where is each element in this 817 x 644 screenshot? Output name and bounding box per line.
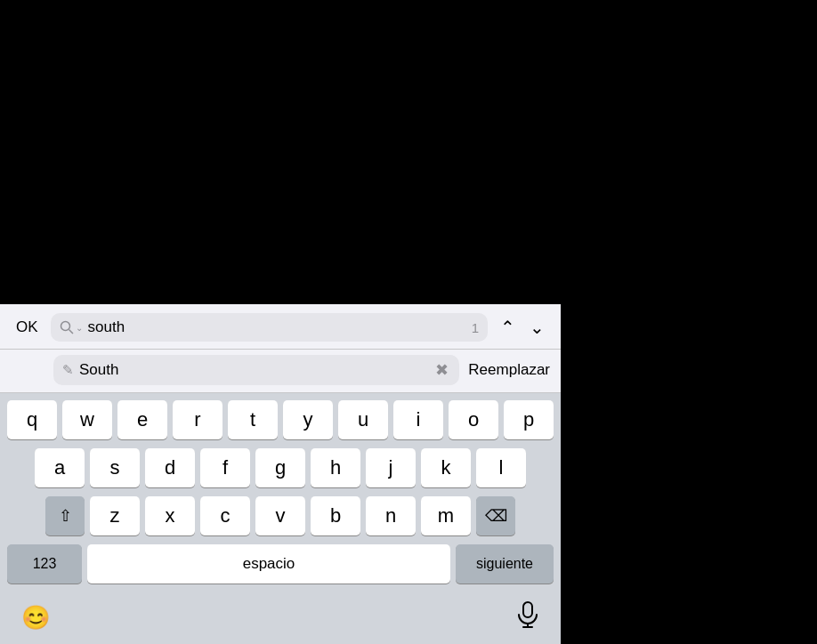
find-bar: OK ⌄ 1 ⌃ ⌄ bbox=[0, 304, 561, 350]
key-k[interactable]: k bbox=[421, 448, 471, 487]
key-m[interactable]: m bbox=[421, 496, 471, 535]
key-f[interactable]: f bbox=[200, 448, 250, 487]
key-y[interactable]: y bbox=[283, 400, 333, 439]
key-g[interactable]: g bbox=[255, 448, 305, 487]
nav-bracket bbox=[433, 272, 522, 273]
replace-input[interactable] bbox=[79, 361, 428, 379]
key-o[interactable]: o bbox=[449, 400, 498, 439]
microphone-button[interactable] bbox=[516, 601, 539, 633]
nav-buttons: ⌃ ⌄ bbox=[495, 315, 550, 340]
numbers-key[interactable]: 123 bbox=[7, 544, 82, 584]
key-row-2: a s d f g h j k l bbox=[4, 448, 557, 487]
svg-rect-2 bbox=[523, 602, 532, 617]
key-u[interactable]: u bbox=[338, 400, 388, 439]
key-q[interactable]: q bbox=[7, 400, 57, 439]
key-n[interactable]: n bbox=[366, 496, 416, 535]
key-p[interactable]: p bbox=[504, 400, 554, 439]
ok-button[interactable]: OK bbox=[11, 315, 44, 340]
search-input-wrapper: ⌄ 1 bbox=[51, 313, 488, 342]
next-match-button[interactable]: ⌄ bbox=[524, 315, 550, 340]
key-v[interactable]: v bbox=[255, 496, 305, 535]
replace-label[interactable]: Reemplazar bbox=[468, 361, 550, 379]
svg-line-1 bbox=[69, 330, 73, 334]
key-h[interactable]: h bbox=[311, 448, 360, 487]
key-c[interactable]: c bbox=[200, 496, 250, 535]
edit-icon: ✎ bbox=[62, 362, 74, 378]
find-input[interactable] bbox=[88, 318, 466, 336]
key-row-3: ⇧ z x c v b n m ⌫ bbox=[4, 496, 557, 535]
search-icon-wrap: ⌄ bbox=[60, 320, 83, 334]
microphone-icon bbox=[516, 601, 539, 628]
replace-bar: ✎ ✖ Reemplazar bbox=[0, 350, 561, 393]
key-t[interactable]: t bbox=[228, 400, 278, 439]
bottom-row: 123 espacio siguiente bbox=[4, 544, 557, 584]
key-j[interactable]: j bbox=[366, 448, 416, 487]
key-row-1: q w e r t y u i o p bbox=[4, 400, 557, 439]
emoji-button[interactable]: 😊 bbox=[21, 604, 50, 632]
next-key[interactable]: siguiente bbox=[456, 544, 554, 584]
key-x[interactable]: x bbox=[145, 496, 195, 535]
replace-input-wrapper: ✎ ✖ bbox=[53, 355, 459, 385]
match-count: 1 bbox=[472, 320, 479, 335]
shift-key[interactable]: ⇧ bbox=[45, 496, 85, 535]
key-z[interactable]: z bbox=[90, 496, 140, 535]
key-i[interactable]: i bbox=[393, 400, 443, 439]
prev-match-button[interactable]: ⌃ bbox=[495, 315, 521, 340]
accessory-row: 😊 bbox=[0, 594, 561, 644]
bracket-line bbox=[433, 272, 522, 273]
search-chevron-icon[interactable]: ⌄ bbox=[76, 323, 83, 333]
clear-replace-button[interactable]: ✖ bbox=[433, 360, 450, 380]
backspace-key[interactable]: ⌫ bbox=[476, 496, 515, 535]
key-s[interactable]: s bbox=[90, 448, 140, 487]
keyboard-panel: OK ⌄ 1 ⌃ ⌄ ✎ ✖ Reemplazar bbox=[0, 304, 561, 644]
search-icon bbox=[60, 320, 74, 334]
key-a[interactable]: a bbox=[35, 448, 85, 487]
keyboard-body: q w e r t y u i o p a s d f g h j k l ⇧ … bbox=[0, 393, 561, 594]
key-w[interactable]: w bbox=[62, 400, 112, 439]
key-r[interactable]: r bbox=[173, 400, 222, 439]
key-d[interactable]: d bbox=[145, 448, 195, 487]
key-b[interactable]: b bbox=[311, 496, 360, 535]
bracket-vert bbox=[476, 269, 477, 304]
space-key[interactable]: espacio bbox=[87, 544, 450, 584]
cursor-indicator bbox=[132, 251, 133, 295]
key-l[interactable]: l bbox=[476, 448, 526, 487]
svg-point-0 bbox=[61, 322, 69, 331]
key-e[interactable]: e bbox=[117, 400, 167, 439]
